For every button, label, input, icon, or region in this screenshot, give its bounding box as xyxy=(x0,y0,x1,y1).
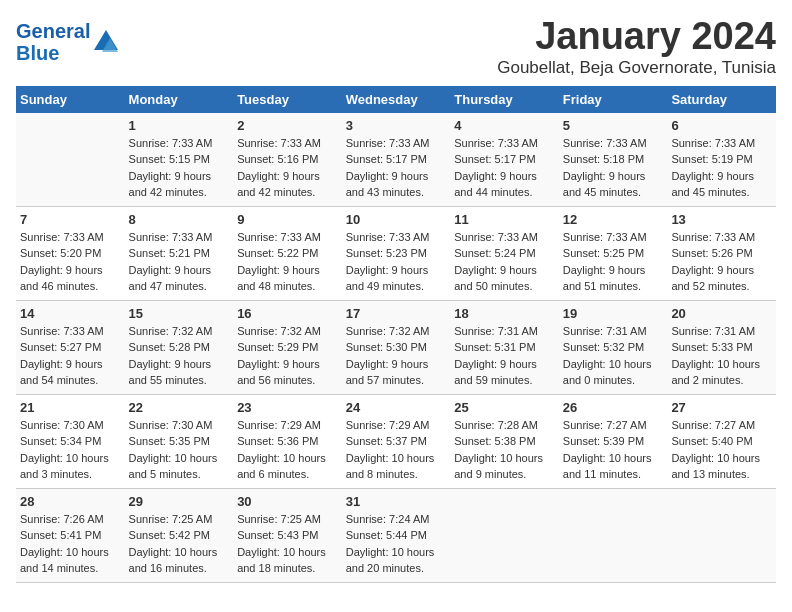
day-number: 8 xyxy=(129,212,230,227)
calendar-cell: 19Sunrise: 7:31 AMSunset: 5:32 PMDayligh… xyxy=(559,300,668,394)
day-number: 23 xyxy=(237,400,338,415)
calendar-cell: 13Sunrise: 7:33 AMSunset: 5:26 PMDayligh… xyxy=(667,206,776,300)
calendar-cell: 31Sunrise: 7:24 AMSunset: 5:44 PMDayligh… xyxy=(342,488,451,582)
day-number: 14 xyxy=(20,306,121,321)
day-number: 27 xyxy=(671,400,772,415)
page-header: General Blue January 2024 Goubellat, Bej… xyxy=(16,16,776,78)
calendar-week-row: 21Sunrise: 7:30 AMSunset: 5:34 PMDayligh… xyxy=(16,394,776,488)
cell-content: Sunrise: 7:32 AMSunset: 5:29 PMDaylight:… xyxy=(237,323,338,389)
cell-content: Sunrise: 7:31 AMSunset: 5:33 PMDaylight:… xyxy=(671,323,772,389)
logo-line2: Blue xyxy=(16,42,59,64)
day-number: 20 xyxy=(671,306,772,321)
calendar-cell: 22Sunrise: 7:30 AMSunset: 5:35 PMDayligh… xyxy=(125,394,234,488)
cell-content: Sunrise: 7:33 AMSunset: 5:24 PMDaylight:… xyxy=(454,229,555,295)
calendar-cell: 14Sunrise: 7:33 AMSunset: 5:27 PMDayligh… xyxy=(16,300,125,394)
cell-content: Sunrise: 7:33 AMSunset: 5:15 PMDaylight:… xyxy=(129,135,230,201)
calendar-cell xyxy=(559,488,668,582)
day-number: 30 xyxy=(237,494,338,509)
cell-content: Sunrise: 7:33 AMSunset: 5:27 PMDaylight:… xyxy=(20,323,121,389)
calendar-cell: 10Sunrise: 7:33 AMSunset: 5:23 PMDayligh… xyxy=(342,206,451,300)
cell-content: Sunrise: 7:27 AMSunset: 5:40 PMDaylight:… xyxy=(671,417,772,483)
cell-content: Sunrise: 7:25 AMSunset: 5:43 PMDaylight:… xyxy=(237,511,338,577)
day-number: 2 xyxy=(237,118,338,133)
day-number: 29 xyxy=(129,494,230,509)
calendar-cell: 25Sunrise: 7:28 AMSunset: 5:38 PMDayligh… xyxy=(450,394,559,488)
calendar-cell: 9Sunrise: 7:33 AMSunset: 5:22 PMDaylight… xyxy=(233,206,342,300)
day-number: 10 xyxy=(346,212,447,227)
day-number: 4 xyxy=(454,118,555,133)
page-subtitle: Goubellat, Beja Governorate, Tunisia xyxy=(497,58,776,78)
cell-content: Sunrise: 7:30 AMSunset: 5:34 PMDaylight:… xyxy=(20,417,121,483)
cell-content: Sunrise: 7:30 AMSunset: 5:35 PMDaylight:… xyxy=(129,417,230,483)
logo: General Blue xyxy=(16,20,120,64)
calendar-cell: 16Sunrise: 7:32 AMSunset: 5:29 PMDayligh… xyxy=(233,300,342,394)
cell-content: Sunrise: 7:27 AMSunset: 5:39 PMDaylight:… xyxy=(563,417,664,483)
calendar-cell: 24Sunrise: 7:29 AMSunset: 5:37 PMDayligh… xyxy=(342,394,451,488)
header-saturday: Saturday xyxy=(667,86,776,113)
calendar-header-row: SundayMondayTuesdayWednesdayThursdayFrid… xyxy=(16,86,776,113)
calendar-cell: 5Sunrise: 7:33 AMSunset: 5:18 PMDaylight… xyxy=(559,113,668,207)
cell-content: Sunrise: 7:33 AMSunset: 5:26 PMDaylight:… xyxy=(671,229,772,295)
calendar-week-row: 28Sunrise: 7:26 AMSunset: 5:41 PMDayligh… xyxy=(16,488,776,582)
cell-content: Sunrise: 7:29 AMSunset: 5:36 PMDaylight:… xyxy=(237,417,338,483)
cell-content: Sunrise: 7:24 AMSunset: 5:44 PMDaylight:… xyxy=(346,511,447,577)
calendar-cell: 3Sunrise: 7:33 AMSunset: 5:17 PMDaylight… xyxy=(342,113,451,207)
header-thursday: Thursday xyxy=(450,86,559,113)
cell-content: Sunrise: 7:31 AMSunset: 5:31 PMDaylight:… xyxy=(454,323,555,389)
title-block: January 2024 Goubellat, Beja Governorate… xyxy=(497,16,776,78)
calendar-cell: 26Sunrise: 7:27 AMSunset: 5:39 PMDayligh… xyxy=(559,394,668,488)
calendar-cell: 28Sunrise: 7:26 AMSunset: 5:41 PMDayligh… xyxy=(16,488,125,582)
day-number: 16 xyxy=(237,306,338,321)
calendar-cell: 20Sunrise: 7:31 AMSunset: 5:33 PMDayligh… xyxy=(667,300,776,394)
calendar-cell: 29Sunrise: 7:25 AMSunset: 5:42 PMDayligh… xyxy=(125,488,234,582)
calendar-cell: 11Sunrise: 7:33 AMSunset: 5:24 PMDayligh… xyxy=(450,206,559,300)
cell-content: Sunrise: 7:29 AMSunset: 5:37 PMDaylight:… xyxy=(346,417,447,483)
cell-content: Sunrise: 7:33 AMSunset: 5:17 PMDaylight:… xyxy=(454,135,555,201)
calendar-cell: 30Sunrise: 7:25 AMSunset: 5:43 PMDayligh… xyxy=(233,488,342,582)
cell-content: Sunrise: 7:33 AMSunset: 5:19 PMDaylight:… xyxy=(671,135,772,201)
calendar-cell: 27Sunrise: 7:27 AMSunset: 5:40 PMDayligh… xyxy=(667,394,776,488)
logo-icon xyxy=(92,28,120,56)
day-number: 6 xyxy=(671,118,772,133)
calendar-cell: 21Sunrise: 7:30 AMSunset: 5:34 PMDayligh… xyxy=(16,394,125,488)
cell-content: Sunrise: 7:33 AMSunset: 5:21 PMDaylight:… xyxy=(129,229,230,295)
header-monday: Monday xyxy=(125,86,234,113)
day-number: 9 xyxy=(237,212,338,227)
calendar-cell xyxy=(667,488,776,582)
day-number: 21 xyxy=(20,400,121,415)
header-tuesday: Tuesday xyxy=(233,86,342,113)
day-number: 18 xyxy=(454,306,555,321)
calendar-cell: 23Sunrise: 7:29 AMSunset: 5:36 PMDayligh… xyxy=(233,394,342,488)
day-number: 31 xyxy=(346,494,447,509)
cell-content: Sunrise: 7:33 AMSunset: 5:25 PMDaylight:… xyxy=(563,229,664,295)
calendar-table: SundayMondayTuesdayWednesdayThursdayFrid… xyxy=(16,86,776,583)
calendar-cell xyxy=(450,488,559,582)
cell-content: Sunrise: 7:33 AMSunset: 5:23 PMDaylight:… xyxy=(346,229,447,295)
day-number: 11 xyxy=(454,212,555,227)
calendar-cell xyxy=(16,113,125,207)
day-number: 24 xyxy=(346,400,447,415)
cell-content: Sunrise: 7:33 AMSunset: 5:17 PMDaylight:… xyxy=(346,135,447,201)
calendar-week-row: 7Sunrise: 7:33 AMSunset: 5:20 PMDaylight… xyxy=(16,206,776,300)
header-sunday: Sunday xyxy=(16,86,125,113)
cell-content: Sunrise: 7:25 AMSunset: 5:42 PMDaylight:… xyxy=(129,511,230,577)
day-number: 25 xyxy=(454,400,555,415)
page-title: January 2024 xyxy=(497,16,776,58)
day-number: 5 xyxy=(563,118,664,133)
calendar-cell: 17Sunrise: 7:32 AMSunset: 5:30 PMDayligh… xyxy=(342,300,451,394)
calendar-cell: 18Sunrise: 7:31 AMSunset: 5:31 PMDayligh… xyxy=(450,300,559,394)
day-number: 12 xyxy=(563,212,664,227)
calendar-cell: 8Sunrise: 7:33 AMSunset: 5:21 PMDaylight… xyxy=(125,206,234,300)
day-number: 13 xyxy=(671,212,772,227)
calendar-cell: 15Sunrise: 7:32 AMSunset: 5:28 PMDayligh… xyxy=(125,300,234,394)
cell-content: Sunrise: 7:26 AMSunset: 5:41 PMDaylight:… xyxy=(20,511,121,577)
cell-content: Sunrise: 7:33 AMSunset: 5:22 PMDaylight:… xyxy=(237,229,338,295)
cell-content: Sunrise: 7:33 AMSunset: 5:20 PMDaylight:… xyxy=(20,229,121,295)
logo-line1: General xyxy=(16,20,90,42)
day-number: 26 xyxy=(563,400,664,415)
day-number: 1 xyxy=(129,118,230,133)
calendar-cell: 12Sunrise: 7:33 AMSunset: 5:25 PMDayligh… xyxy=(559,206,668,300)
cell-content: Sunrise: 7:33 AMSunset: 5:16 PMDaylight:… xyxy=(237,135,338,201)
cell-content: Sunrise: 7:28 AMSunset: 5:38 PMDaylight:… xyxy=(454,417,555,483)
day-number: 7 xyxy=(20,212,121,227)
